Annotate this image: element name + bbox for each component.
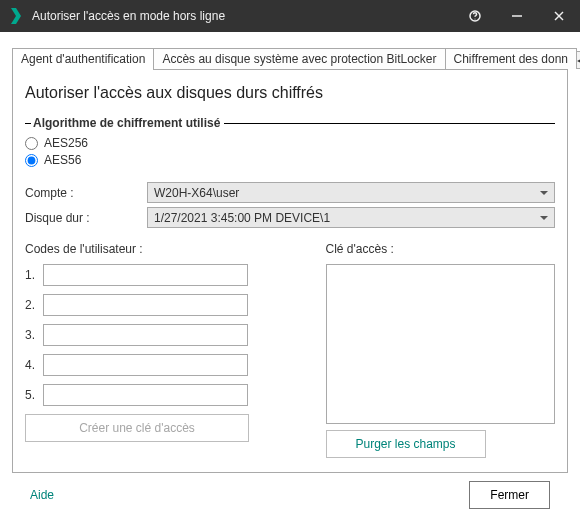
code-num: 2. — [25, 298, 43, 312]
help-button[interactable] — [454, 0, 496, 32]
help-link[interactable]: Aide — [30, 488, 54, 502]
radio-aes256[interactable] — [25, 137, 38, 150]
page-heading: Autoriser l'accès aux disques durs chiff… — [25, 84, 555, 102]
code-input-2[interactable] — [43, 294, 248, 316]
create-key-button[interactable]: Créer une clé d'accès — [25, 414, 249, 442]
compte-value: W20H-X64\user — [154, 186, 239, 200]
disque-select[interactable]: 1/27/2021 3:45:00 PM DEVICE\1 — [147, 207, 555, 228]
code-input-3[interactable] — [43, 324, 248, 346]
code-num: 1. — [25, 268, 43, 282]
compte-row: Compte : W20H-X64\user — [25, 182, 555, 203]
purge-button[interactable]: Purger les champs — [326, 430, 486, 458]
codes-column: Codes de l'utilisateur : 1. 2. 3. 4. — [25, 242, 306, 458]
code-input-1[interactable] — [43, 264, 248, 286]
tab-label: Agent d'authentification — [21, 52, 145, 66]
svg-point-2 — [475, 19, 476, 20]
disque-row: Disque dur : 1/27/2021 3:45:00 PM DEVICE… — [25, 207, 555, 228]
code-row-1: 1. — [25, 264, 306, 286]
close-label: Fermer — [490, 488, 529, 502]
code-row-2: 2. — [25, 294, 306, 316]
code-num: 4. — [25, 358, 43, 372]
algo-group-label: Algorithme de chiffrement utilisé — [33, 116, 222, 130]
code-num: 3. — [25, 328, 43, 342]
disque-value: 1/27/2021 3:45:00 PM DEVICE\1 — [154, 211, 330, 225]
access-key-box[interactable] — [326, 264, 556, 424]
tab-chiffrement[interactable]: Chiffrement des donn — [445, 48, 578, 69]
tabstrip: Agent d'authentification Accès au disque… — [12, 46, 568, 69]
tab-bitlocker[interactable]: Accès au disque système avec protection … — [153, 48, 445, 69]
code-row-5: 5. — [25, 384, 306, 406]
access-key-heading: Clé d'accès : — [326, 242, 556, 256]
tab-label: Accès au disque système avec protection … — [162, 52, 436, 66]
titlebar: Autoriser l'accès en mode hors ligne — [0, 0, 580, 32]
tab-label: Chiffrement des donn — [454, 52, 569, 66]
radio-aes56-row: AES56 — [25, 153, 555, 167]
app-logo-icon — [8, 8, 24, 24]
purge-row: Purger les champs — [326, 430, 556, 458]
create-key-label: Créer une clé d'accès — [79, 421, 195, 435]
window-title: Autoriser l'accès en mode hors ligne — [32, 9, 225, 23]
radio-aes56-label: AES56 — [44, 153, 81, 167]
close-window-button[interactable] — [538, 0, 580, 32]
minimize-button[interactable] — [496, 0, 538, 32]
columns: Codes de l'utilisateur : 1. 2. 3. 4. — [25, 242, 555, 458]
create-key-row: Créer une clé d'accès — [25, 414, 306, 442]
close-button[interactable]: Fermer — [469, 481, 550, 509]
radio-aes256-row: AES256 — [25, 136, 555, 150]
code-input-4[interactable] — [43, 354, 248, 376]
algo-group-header: Algorithme de chiffrement utilisé — [25, 116, 555, 130]
disque-label: Disque dur : — [25, 211, 147, 225]
svg-marker-0 — [11, 8, 21, 24]
purge-label: Purger les champs — [355, 437, 455, 451]
main-container: Agent d'authentification Accès au disque… — [0, 32, 580, 519]
compte-select[interactable]: W20H-X64\user — [147, 182, 555, 203]
code-input-5[interactable] — [43, 384, 248, 406]
tab-agent[interactable]: Agent d'authentification — [12, 48, 154, 70]
code-num: 5. — [25, 388, 43, 402]
chevron-down-icon — [540, 216, 548, 220]
radio-aes56[interactable] — [25, 154, 38, 167]
compte-label: Compte : — [25, 186, 147, 200]
code-row-4: 4. — [25, 354, 306, 376]
tabpanel: Autoriser l'accès aux disques durs chiff… — [12, 69, 568, 473]
code-row-3: 3. — [25, 324, 306, 346]
footer: Aide Fermer — [12, 473, 568, 509]
codes-heading: Codes de l'utilisateur : — [25, 242, 306, 256]
radio-aes256-label: AES256 — [44, 136, 88, 150]
access-key-column: Clé d'accès : Purger les champs — [326, 242, 556, 458]
chevron-down-icon — [540, 191, 548, 195]
